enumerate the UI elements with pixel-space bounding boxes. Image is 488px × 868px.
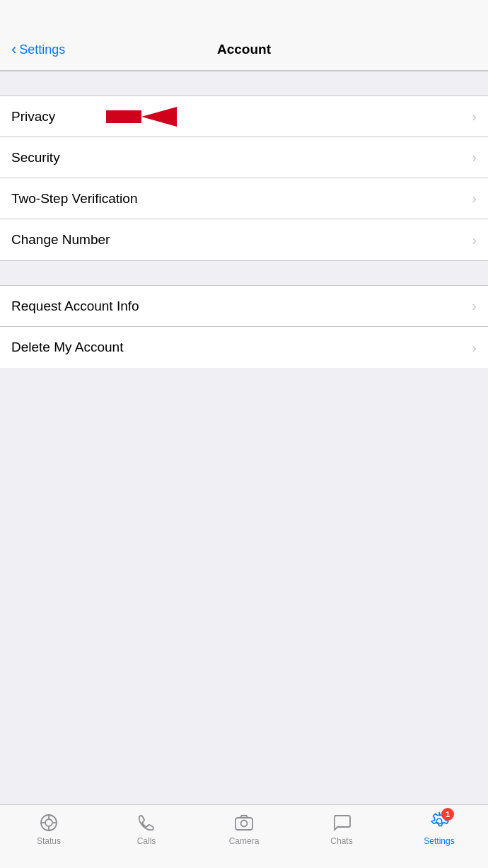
security-label: Security (11, 150, 60, 166)
list-item-privacy[interactable]: Privacy › (0, 96, 488, 137)
bottom-fill (0, 368, 488, 722)
list-item-two-step-verification[interactable]: Two-Step Verification › (0, 178, 488, 219)
request-account-info-label: Request Account Info (11, 299, 139, 314)
request-info-chevron-icon: › (472, 298, 477, 314)
tab-bar: Status Calls Camera Chats (0, 804, 488, 868)
list-item-security[interactable]: Security › (0, 137, 488, 178)
change-number-chevron-icon: › (472, 232, 477, 248)
back-button[interactable]: ‹ Settings (11, 42, 65, 57)
nav-header: ‹ Settings Account (0, 0, 488, 71)
page-title: Account (217, 42, 271, 57)
account-section-2: Request Account Info › Delete My Account… (0, 286, 488, 368)
calls-icon (136, 812, 157, 833)
tab-camera[interactable]: Camera (195, 812, 293, 846)
section-spacer-middle (0, 260, 488, 286)
tab-settings[interactable]: 1 Settings (390, 812, 488, 846)
status-icon (38, 812, 59, 833)
tab-status[interactable]: Status (0, 812, 98, 846)
back-label: Settings (19, 42, 65, 57)
back-chevron-icon: ‹ (11, 42, 16, 57)
calls-tab-label: Calls (137, 836, 156, 846)
settings-icon: 1 (429, 812, 450, 833)
camera-tab-label: Camera (229, 836, 260, 846)
settings-badge: 1 (441, 808, 454, 821)
delete-account-chevron-icon: › (472, 340, 477, 356)
svg-point-7 (241, 821, 248, 827)
delete-account-label: Delete My Account (11, 340, 123, 355)
list-item-delete-account[interactable]: Delete My Account › (0, 327, 488, 368)
list-item-request-account-info[interactable]: Request Account Info › (0, 286, 488, 327)
tab-calls[interactable]: Calls (98, 812, 195, 846)
arrow-head (141, 107, 177, 127)
svg-rect-6 (236, 818, 252, 830)
red-arrow-annotation (106, 107, 177, 127)
list-item-change-number[interactable]: Change Number › (0, 219, 488, 260)
account-section-1: Privacy › Security › Two-Step Verificati… (0, 96, 488, 260)
chats-tab-label: Chats (330, 836, 352, 846)
arrow-shaft (106, 110, 141, 123)
camera-icon (233, 812, 255, 833)
status-tab-label: Status (37, 836, 61, 846)
section-spacer-top (0, 71, 488, 96)
privacy-label: Privacy (11, 109, 55, 125)
privacy-chevron-icon: › (472, 108, 477, 125)
two-step-chevron-icon: › (472, 190, 477, 207)
tab-chats[interactable]: Chats (293, 812, 390, 846)
main-content: Privacy › Security › Two-Step Verificati… (0, 71, 488, 804)
change-number-label: Change Number (11, 232, 110, 248)
two-step-label: Two-Step Verification (11, 191, 137, 207)
svg-point-1 (45, 819, 52, 826)
settings-tab-label: Settings (424, 836, 454, 846)
chats-icon (331, 812, 352, 833)
security-chevron-icon: › (472, 149, 477, 166)
